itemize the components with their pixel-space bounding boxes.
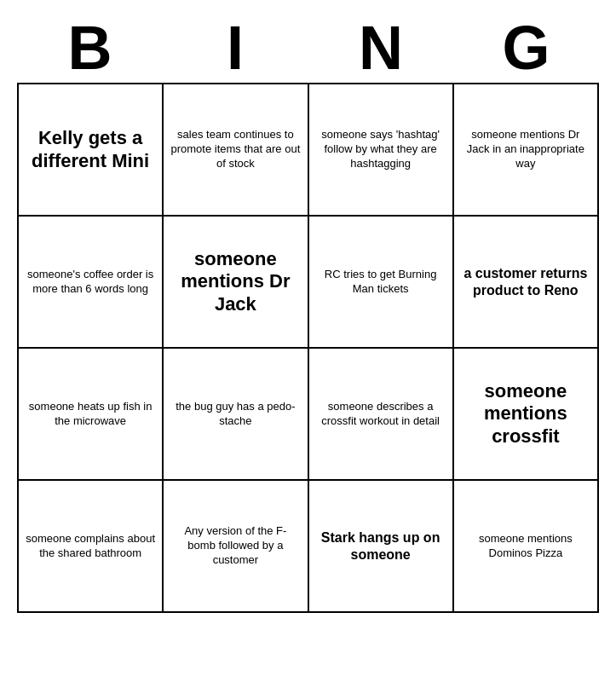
- bingo-card: B I N G Kelly gets a different Mini sale…: [0, 0, 616, 630]
- letter-n: N: [308, 17, 454, 78]
- cell-0[interactable]: Kelly gets a different Mini: [19, 84, 164, 217]
- cell-13[interactable]: Any version of the F-bomb followed by a …: [164, 481, 308, 613]
- cell-12[interactable]: someone complains about the shared bathr…: [19, 481, 164, 613]
- cell-9[interactable]: the bug guy has a pedo-stache: [164, 349, 308, 481]
- cell-6[interactable]: RC tries to get Burning Man tickets: [309, 217, 454, 349]
- letter-i: I: [163, 17, 308, 78]
- cell-10[interactable]: someone describes a crossfit workout in …: [309, 349, 454, 481]
- bingo-header: B I N G: [17, 9, 599, 83]
- cell-15[interactable]: someone mentions Dominos Pizza: [454, 481, 599, 613]
- bingo-grid: Kelly gets a different Mini sales team c…: [17, 83, 599, 613]
- cell-1[interactable]: sales team continues to promote items th…: [164, 84, 308, 217]
- cell-11[interactable]: someone mentions crossfit: [454, 349, 599, 481]
- cell-14[interactable]: Stark hangs up on someone: [309, 481, 454, 613]
- cell-7[interactable]: a customer returns product to Reno: [454, 217, 599, 349]
- cell-3[interactable]: someone mentions Dr Jack in an inappropr…: [454, 84, 599, 217]
- cell-4[interactable]: someone's coffee order is more than 6 wo…: [19, 217, 164, 349]
- cell-8[interactable]: someone heats up fish in the microwave: [19, 349, 164, 481]
- cell-2[interactable]: someone says 'hashtag' follow by what th…: [309, 84, 454, 217]
- letter-g: G: [453, 17, 599, 78]
- cell-5[interactable]: someone mentions Dr Jack: [164, 217, 308, 349]
- letter-b: B: [17, 17, 163, 78]
